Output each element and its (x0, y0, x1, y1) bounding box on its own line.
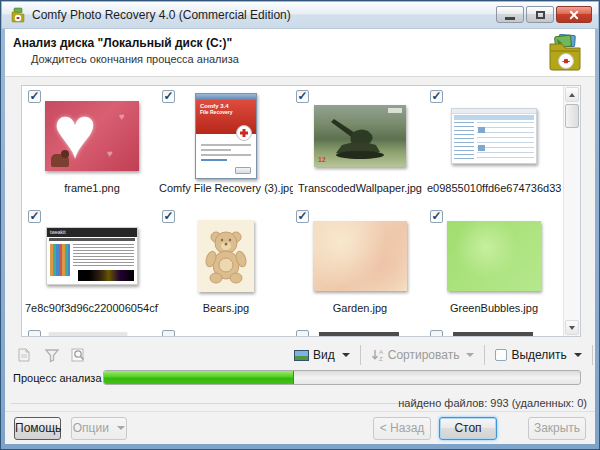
thumbnail-webpage-blue[interactable] (451, 108, 537, 164)
toolbar: Вид AZ Сортировать Выделить (5, 341, 595, 369)
tank-silhouette (314, 105, 406, 167)
help-button[interactable]: Помощь (14, 417, 61, 440)
select-button[interactable]: Выделить (488, 344, 588, 366)
mini-app-title: Comfy 3.4 (196, 100, 256, 109)
svg-text:Z: Z (379, 356, 383, 362)
file-item[interactable]: tweakit 7e8c90f3d96c220006054cf7b... (25, 206, 159, 326)
file-item[interactable]: Comfy 3.4 File Recovery Comfy File Recov… (159, 86, 293, 206)
divider (11, 403, 435, 404)
app-logo-icon (10, 7, 26, 23)
preview-button[interactable]: Просмотр (596, 344, 600, 366)
vertical-scrollbar[interactable] (563, 86, 580, 336)
filter-icon[interactable] (41, 344, 63, 366)
file-item[interactable]: GreenBubbles.jpg (427, 206, 561, 326)
thumbnail-tank-wallpaper[interactable]: 12 (314, 105, 406, 167)
thumbnail-heart-frame[interactable]: ♥ ♥ ♥ (45, 101, 139, 171)
file-checkbox-partial[interactable] (28, 330, 41, 336)
preview-zoom-icon[interactable] (67, 344, 89, 366)
file-item-partial[interactable] (159, 326, 293, 336)
file-name: Garden.jpg (293, 302, 427, 314)
scroll-down-button[interactable] (565, 320, 579, 335)
back-button[interactable]: < Назад (373, 417, 431, 440)
bear-drawing (204, 227, 248, 285)
view-button[interactable]: Вид (287, 344, 357, 366)
app-window: Comfy Photo Recovery 4.0 (Commercial Edi… (0, 0, 600, 450)
chevron-down-icon (342, 353, 350, 357)
view-label: Вид (313, 348, 335, 362)
partial-thumb (49, 332, 127, 336)
file-item[interactable]: ♥ ♥ ♥ frame1.png (25, 86, 159, 206)
sort-button[interactable]: AZ Сортировать (364, 344, 482, 366)
file-name: GreenBubbles.jpg (427, 302, 561, 314)
svg-text:A: A (379, 349, 383, 355)
chevron-down-icon (574, 353, 582, 357)
close-dialog-button[interactable]: Закрыть (528, 417, 586, 440)
scrollbar-thumb[interactable] (565, 104, 579, 128)
files-found-status: найдено файлов: 993 (удаленных: 0) (398, 397, 587, 409)
photo-recovery-icon (547, 34, 583, 72)
page-title: Анализ диска "Локальный диск (C:)" (13, 36, 595, 50)
file-item[interactable]: Bears.jpg (159, 206, 293, 326)
file-item-partial[interactable] (293, 326, 427, 336)
wizard-header: Анализ диска "Локальный диск (C:)" Дожди… (5, 29, 595, 77)
content-thumb (478, 145, 485, 151)
page-header-band (454, 115, 534, 120)
file-item[interactable]: Garden.jpg (293, 206, 427, 326)
file-checkbox-partial[interactable] (296, 330, 309, 336)
site-logo: tweakit (47, 228, 137, 237)
checkbox-icon (495, 349, 507, 361)
file-checkbox-partial[interactable] (162, 330, 175, 336)
file-item[interactable]: e09855010ffd6e674736d3302... (427, 86, 561, 206)
maximize-icon (536, 11, 545, 19)
dark-banner (78, 270, 134, 281)
file-item-partial[interactable] (25, 326, 159, 336)
options-label: Опции (73, 421, 109, 435)
progress-row: Процесс анализа (40%) (5, 369, 595, 389)
mini-ok-button (235, 167, 251, 174)
sort-icon: AZ (371, 349, 384, 362)
thumbnail-green-texture[interactable] (447, 221, 541, 291)
content-lines (477, 122, 534, 161)
results-list: ♥ ♥ ♥ frame1.png Comfy 3.4 File Recovery (21, 85, 581, 337)
text-line (201, 144, 251, 146)
small-heart: ♥ (119, 111, 125, 122)
recover-icon[interactable] (13, 344, 35, 366)
mini-app-subtitle: File Recovery (196, 109, 256, 115)
small-heart: ♥ (107, 148, 113, 159)
dialog-body: Анализ диска "Локальный диск (C:)" Дожди… (5, 29, 595, 444)
thumbnail-app-screenshot[interactable]: Comfy 3.4 File Recovery (195, 93, 257, 179)
page-subtitle: Дождитесь окончания процесса анализа (31, 53, 595, 65)
arrow-up-icon (569, 93, 575, 97)
red-cross-icon (236, 125, 252, 141)
paragraph-lines (73, 244, 134, 268)
thumbnail-pink-texture[interactable] (313, 221, 407, 291)
minimize-icon (505, 17, 515, 20)
file-checkbox-partial[interactable] (430, 330, 443, 336)
progress-fill (104, 371, 294, 384)
file-name: 7e8c90f3d96c220006054cf7b... (25, 302, 159, 314)
arrow-down-icon (569, 326, 575, 330)
link-line (201, 159, 227, 161)
scroll-up-button[interactable] (565, 87, 579, 102)
mini-red-panel: Comfy 3.4 File Recovery (196, 100, 256, 134)
options-button[interactable]: Опции (71, 417, 127, 440)
toolbar-separator (592, 345, 593, 365)
view-icon (294, 350, 309, 361)
maximize-button[interactable] (526, 6, 554, 23)
text-line (201, 149, 231, 151)
browser-chrome (452, 109, 536, 114)
chevron-down-icon (466, 353, 474, 357)
title-bar[interactable]: Comfy Photo Recovery 4.0 (Commercial Edi… (2, 2, 598, 29)
file-name: TranscodedWallpaper.jpg (293, 182, 427, 194)
stop-button[interactable]: Стоп (439, 417, 497, 440)
thumbnail-teddy-bear[interactable] (198, 220, 254, 292)
sidebar-links (454, 122, 474, 161)
file-item-partial[interactable] (427, 326, 561, 336)
file-name: e09855010ffd6e674736d3302... (427, 182, 561, 194)
close-button[interactable] (556, 6, 592, 23)
file-item[interactable]: 12 TranscodedWallpaper.jpg (293, 86, 427, 206)
progress-bar (103, 370, 581, 385)
red-badge: 12 (318, 156, 326, 163)
thumbnail-webpage-dark[interactable]: tweakit (46, 227, 138, 285)
minimize-button[interactable] (496, 6, 524, 23)
